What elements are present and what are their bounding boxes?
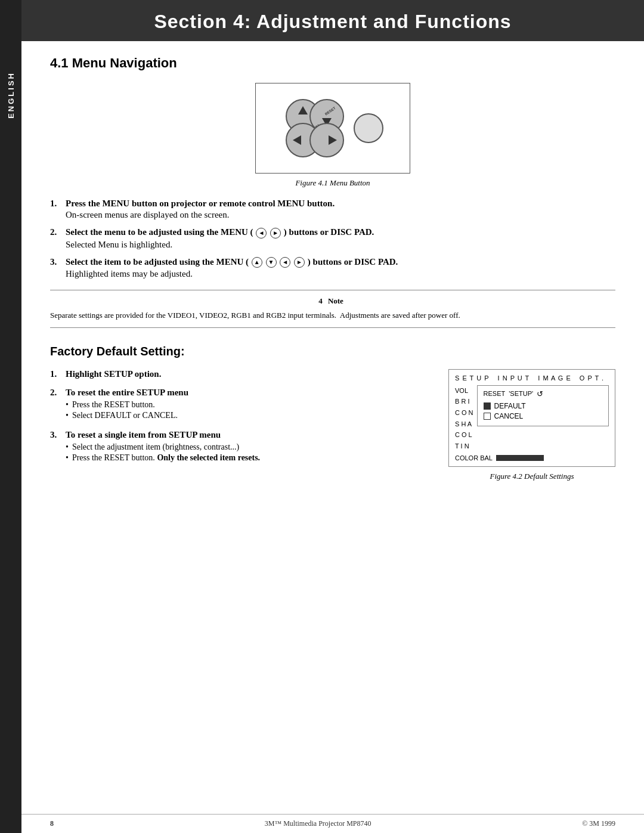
option-default-label: DEFAULT xyxy=(494,402,526,410)
arrow-right-icon: ► xyxy=(270,228,281,239)
colorbal-label: COLOR BAL xyxy=(455,454,493,462)
step-3-sub: Highlighted items may be adjusted. xyxy=(66,269,615,279)
menu-nav-step-1: 1. Press the MENU button on projector or… xyxy=(50,199,615,220)
factory-step-2-content: To reset the entire SETUP menu Press the… xyxy=(66,388,431,422)
factory-steps: 1. Highlight SETUP option. 2. To reset t… xyxy=(50,369,431,472)
factory-step-3: 3. To reset a single item from SETUP men… xyxy=(50,430,431,464)
footer-center-text: 3M™ Multimedia Projector MP8740 xyxy=(265,819,371,828)
page-footer: 8 3M™ Multimedia Projector MP8740 © 3M 1… xyxy=(21,814,644,833)
factory-heading: Factory Default Setting: xyxy=(50,345,615,358)
arrow-left-icon: ◄ xyxy=(256,228,267,239)
figure-4-2-caption: Figure 4.2 Default Settings xyxy=(448,472,615,481)
menu-item-setup: S E T U P xyxy=(455,374,490,382)
note-box: 4 Note Separate settings are provided fo… xyxy=(50,290,615,328)
default-fig-labels: VOL B R I C O N S H A C O L T I N xyxy=(455,385,473,452)
footer-right-text: © 3M 1999 xyxy=(582,819,615,828)
note-title: 4 Note xyxy=(50,296,615,306)
menu-nav-step-2: 2. Select the menu to be adjusted using … xyxy=(50,227,615,250)
bullet-3-1-text: Select the adjustment item (brightness, … xyxy=(72,442,239,452)
colorbal-row: COLOR BAL xyxy=(455,454,609,462)
label-bri: B R I xyxy=(455,396,473,407)
label-sha: S H A xyxy=(455,419,473,430)
disc-pad-illustration: MENU RESET xyxy=(282,95,348,161)
bullet-2-2-text: Select DEFAULT or CANCEL. xyxy=(72,411,178,420)
arrow-down-icon: ▼ xyxy=(266,257,277,268)
arrow-left2-icon: ◄ xyxy=(280,257,290,268)
factory-step-2: 2. To reset the entire SETUP menu Press … xyxy=(50,388,431,422)
step-3-content: Select the item to be adjusted using the… xyxy=(66,257,615,280)
factory-step-3-num: 3. xyxy=(50,430,61,464)
sidebar-label: ENGLISH xyxy=(7,72,16,119)
factory-step-3-bullets: Select the adjustment item (brightness, … xyxy=(66,442,431,463)
header-title: Section 4: Adjustment and Functions xyxy=(154,11,511,32)
factory-content: 1. Highlight SETUP option. 2. To reset t… xyxy=(50,369,615,481)
footer-page-num: 8 xyxy=(50,819,54,828)
step-1-content: Press the MENU button on projector or re… xyxy=(66,199,615,220)
step-2-content: Select the menu to be adjusted using the… xyxy=(66,227,615,250)
label-tin: T I N xyxy=(455,441,473,452)
step-2-sub: Selected Menu is highlighted. xyxy=(66,240,615,250)
label-con: C O N xyxy=(455,407,473,419)
default-settings-figure: S E T U P I N P U T I M A G E O P T . VO… xyxy=(448,369,615,467)
factory-step-1-num: 1. xyxy=(50,369,61,379)
default-fig-popup: RESET 'SETUP' ↺ DEFAULT xyxy=(477,385,609,426)
checkbox-cancel-empty xyxy=(484,413,491,420)
step-3-bold: Select the item to be adjusted using the… xyxy=(66,257,398,267)
menu-nav-step-3: 3. Select the item to be adjusted using … xyxy=(50,257,615,280)
factory-step-1: 1. Highlight SETUP option. xyxy=(50,369,431,379)
menu-item-input: I N P U T xyxy=(498,374,530,382)
step-2-bold: Select the menu to be adjusted using the… xyxy=(66,227,374,237)
popup-option-default: DEFAULT xyxy=(484,402,602,410)
factory-section: Factory Default Setting: 1. Highlight SE… xyxy=(50,345,615,481)
popup-reset-label: RESET xyxy=(484,390,506,397)
factory-num-list: 1. Highlight SETUP option. 2. To reset t… xyxy=(50,369,431,464)
bullet-2-1-text: Press the RESET button. xyxy=(72,400,155,410)
menu-nav-steps: 1. Press the MENU button on projector or… xyxy=(50,199,615,279)
popup-title: RESET 'SETUP' ↺ xyxy=(484,389,602,398)
factory-step-2-bold: To reset the entire SETUP menu xyxy=(66,388,188,397)
bullet-3-1: Select the adjustment item (brightness, … xyxy=(66,442,431,452)
page-header: Section 4: Adjustment and Functions xyxy=(21,0,644,41)
menu-nav-section: 4.1 Menu Navigation M xyxy=(50,55,615,328)
step-3-num: 3. xyxy=(50,257,61,280)
note-label: Note xyxy=(328,296,343,305)
note-number: 4 xyxy=(318,296,323,305)
step-1-sub: On-screen menus are displayed on the scr… xyxy=(66,210,615,220)
popup-setup-label: 'SETUP' xyxy=(509,390,533,397)
step-2-num: 2. xyxy=(50,227,61,250)
factory-step-2-bullets: Press the RESET button. Select DEFAULT o… xyxy=(66,400,431,420)
menu-nav-heading: 4.1 Menu Navigation xyxy=(50,55,615,71)
factory-step-1-content: Highlight SETUP option. xyxy=(66,369,431,379)
bullet-3-2-text: Press the RESET button. Only the selecte… xyxy=(72,453,260,463)
colorbal-bar xyxy=(496,455,544,461)
step-1-bold: Press the MENU button on projector or re… xyxy=(66,199,335,208)
svg-point-8 xyxy=(310,123,343,157)
menu-item-opt: O P T . xyxy=(580,374,604,382)
main-content: Section 4: Adjustment and Functions 4.1 … xyxy=(21,0,644,496)
bullet-3-2: Press the RESET button. Only the selecte… xyxy=(66,453,431,463)
bullet-2-2: Select DEFAULT or CANCEL. xyxy=(66,411,431,420)
label-col: C O L xyxy=(455,429,473,441)
reset-button-illustration xyxy=(354,113,383,143)
refresh-icon: ↺ xyxy=(537,389,543,398)
menu-item-image: I M A G E xyxy=(538,374,571,382)
default-fig-rows: VOL B R I C O N S H A C O L T I N RESET xyxy=(455,385,609,452)
arrow-up-icon: ▲ xyxy=(252,257,262,268)
factory-step-3-content: To reset a single item from SETUP menu S… xyxy=(66,430,431,464)
popup-option-cancel: CANCEL xyxy=(484,412,602,420)
figure-4-1-box: MENU RESET xyxy=(255,83,410,174)
factory-step-3-bold: To reset a single item from SETUP menu xyxy=(66,430,221,439)
figure-4-1-caption: Figure 4.1 Menu Button xyxy=(50,178,615,188)
factory-figure: S E T U P I N P U T I M A G E O P T . VO… xyxy=(448,369,615,481)
checkbox-default-filled xyxy=(484,402,491,410)
bullet-2-1: Press the RESET button. xyxy=(66,400,431,410)
default-fig-menu: S E T U P I N P U T I M A G E O P T . xyxy=(455,374,609,382)
note-text: Separate settings are provided for the V… xyxy=(50,309,615,321)
factory-step-1-bold: Highlight SETUP option. xyxy=(66,369,161,379)
label-vol: VOL xyxy=(455,385,473,397)
sidebar: ENGLISH xyxy=(0,0,21,833)
option-cancel-label: CANCEL xyxy=(494,412,524,420)
step-1-num: 1. xyxy=(50,199,61,220)
factory-step-2-num: 2. xyxy=(50,388,61,422)
arrow-right2-icon: ► xyxy=(294,257,305,268)
